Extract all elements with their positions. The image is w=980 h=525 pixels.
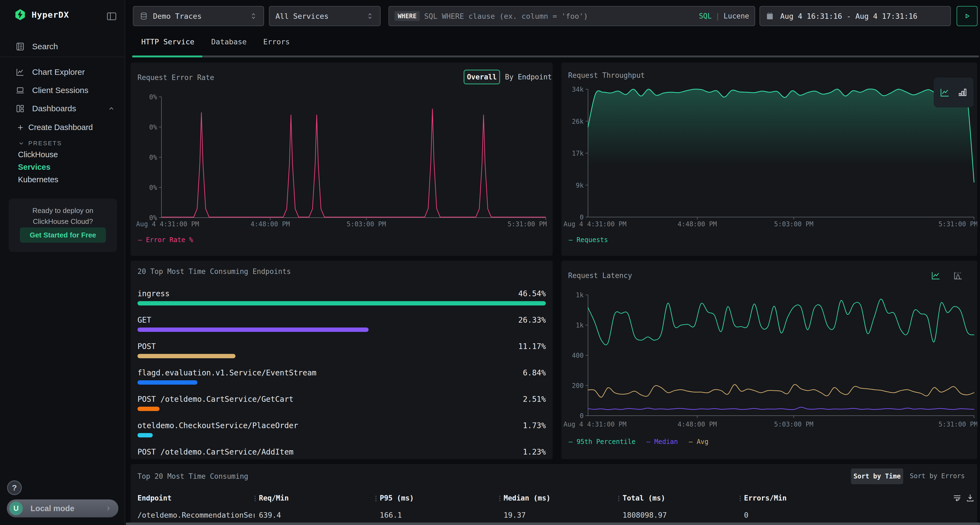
line-chart-icon[interactable] [939, 87, 950, 98]
error-rate-chart[interactable]: 0%0%0%0%0%Aug 4 4:31:00 PM4:48:00 PM5:03… [130, 63, 553, 256]
endpoint-row[interactable]: GET26.33% [137, 315, 546, 332]
avatar: U [9, 501, 23, 515]
throughput-chart[interactable]: 34k26k17k9k0Aug 4 4:31:00 PM4:48:00 PM5:… [561, 63, 977, 256]
table-cell-p95: 166.1 [380, 511, 402, 519]
endpoint-bar [137, 328, 369, 332]
table-cell-endpoint[interactable]: /oteldemo.RecommendationServ [137, 511, 255, 519]
endpoint-percentage: 6.84% [523, 368, 546, 377]
endpoint-percentage: 1.23% [523, 447, 546, 457]
legend-item[interactable]: — 95th Percentile [569, 438, 636, 446]
sidebar-item-dashboards[interactable]: Dashboards [0, 102, 125, 115]
chevron-down-icon [18, 140, 24, 147]
sidebar-item-chart-explorer[interactable]: Chart Explorer [0, 65, 125, 79]
column-header-p95[interactable]: P95 (ms) [380, 494, 414, 502]
bar-chart-icon[interactable] [957, 87, 968, 98]
sidebar-item-kubernetes[interactable]: Kubernetes [18, 175, 58, 184]
column-header-median[interactable]: Median (ms) [504, 494, 550, 502]
client-sessions-icon [15, 86, 25, 95]
sidebar-item-client-sessions[interactable]: Client Sessions [0, 84, 125, 97]
endpoint-label: POST /oteldemo.CartService/GetCart [137, 395, 293, 404]
source-select[interactable]: Demo Traces [133, 6, 264, 26]
endpoint-label: ingress [137, 289, 170, 298]
table-cell-median: 19.37 [504, 511, 526, 519]
tab-divider [202, 56, 979, 57]
database-icon [139, 12, 148, 21]
legend-item[interactable]: — Avg [689, 438, 708, 446]
column-header-req-min[interactable]: Req/Min [259, 494, 289, 502]
endpoint-label: oteldemo.CheckoutService/PlaceOrder [137, 421, 298, 430]
help-button[interactable]: ? [7, 481, 22, 495]
logo[interactable]: HyperDX [14, 9, 69, 21]
calendar-icon [765, 12, 774, 21]
service-select[interactable]: All Services [269, 6, 380, 26]
endpoint-bar [137, 301, 546, 306]
run-query-button[interactable] [956, 6, 978, 26]
service-select-value: All Services [275, 12, 329, 21]
endpoint-percentage: 46.54% [518, 289, 546, 298]
latency-chart[interactable]: 1k1k4002000Aug 4 4:31:00 PM4:48:00 PM5:0… [561, 260, 977, 459]
svg-text:9k: 9k [576, 182, 584, 189]
svg-text:4:48:00 PM: 4:48:00 PM [678, 420, 717, 428]
sort-by-errors-button[interactable]: Sort by Errors [910, 472, 965, 480]
play-icon [963, 12, 971, 20]
svg-text:0: 0 [580, 412, 584, 420]
request-throughput-panel: Request Throughput 34k26k17k9k0Aug 4 4:3… [561, 63, 977, 256]
table-cell-total: 1808098.97 [622, 511, 667, 519]
time-range-value: Aug 4 16:31:16 - Aug 4 17:31:16 [780, 12, 917, 21]
endpoint-label: POST [137, 342, 156, 351]
lucene-toggle[interactable]: Lucene [724, 12, 749, 20]
endpoint-row[interactable]: POST11.17% [137, 341, 546, 358]
select-chevrons-icon [366, 12, 374, 20]
endpoint-row[interactable]: oteldemo.CheckoutService/PlaceOrder1.73% [137, 420, 546, 438]
tab-database[interactable]: Database [211, 38, 247, 46]
tab-http-service[interactable]: HTTP Service [141, 38, 194, 46]
active-tab-indicator [132, 56, 202, 57]
wrap-lines-icon[interactable] [952, 493, 962, 503]
user-menu[interactable]: U Local mode [7, 500, 118, 517]
sidebar-collapse-icon[interactable] [106, 10, 118, 22]
endpoint-row[interactable]: flagd.evaluation.v1.Service/EventStream6… [137, 368, 546, 385]
where-clause-searchbar[interactable]: WHERE SQL | Lucene [388, 6, 755, 26]
endpoint-row[interactable]: POST /oteldemo.CartService/AddItem1.23% [137, 447, 546, 459]
dashboards-icon [15, 104, 25, 113]
column-header-errors-min[interactable]: Errors/Min [744, 494, 787, 502]
sidebar-item-label: Dashboards [32, 104, 76, 113]
endpoint-bar [137, 354, 235, 358]
get-started-button[interactable]: Get Started for Free [20, 227, 106, 243]
legend-item[interactable]: — Requests [569, 236, 608, 244]
endpoint-row[interactable]: ingress46.54% [137, 289, 546, 306]
horizontal-scrollbar[interactable] [126, 523, 980, 525]
search-input[interactable] [424, 12, 699, 21]
sidebar-item-clickhouse[interactable]: ClickHouse [18, 150, 58, 159]
sql-toggle[interactable]: SQL [699, 12, 711, 20]
endpoint-bar [137, 380, 197, 385]
sidebar-divider [0, 57, 125, 57]
column-header-total[interactable]: Total (ms) [622, 494, 665, 502]
sidebar-item-services[interactable]: Services [18, 163, 50, 172]
promo-text-line2: ClickHouse Cloud? [9, 216, 117, 227]
user-mode-label: Local mode [30, 504, 74, 513]
legend-item[interactable]: — Error Rate % [138, 236, 193, 244]
column-header-endpoint[interactable]: Endpoint [137, 494, 172, 502]
hyperdx-logo-icon [14, 9, 26, 21]
chart-explorer-icon [15, 67, 25, 77]
presets-toggle[interactable]: PRESETS [18, 140, 62, 147]
endpoint-row[interactable]: POST /oteldemo.CartService/GetCart2.51% [137, 394, 546, 411]
tab-errors[interactable]: Errors [263, 38, 290, 46]
sidebar: HyperDX Search Chart Explorer Clie [0, 0, 125, 525]
download-icon[interactable] [965, 493, 975, 503]
create-dashboard-button[interactable]: Create Dashboard [17, 123, 93, 132]
svg-text:Aug 4 4:31:00 PM: Aug 4 4:31:00 PM [563, 420, 626, 428]
endpoint-label: flagd.evaluation.v1.Service/EventStream [137, 368, 316, 377]
legend-item[interactable]: — Median [646, 438, 678, 446]
svg-text:4:48:00 PM: 4:48:00 PM [678, 220, 717, 228]
chart-legend: — Requests [569, 236, 608, 244]
svg-text:0%: 0% [149, 124, 157, 131]
top-endpoints-panel: 20 Top Most Time Consuming Endpoints ing… [130, 260, 553, 459]
sidebar-item-label: Client Sessions [32, 86, 89, 95]
select-chevrons-icon [249, 12, 258, 20]
endpoint-bar [137, 407, 159, 411]
time-range-picker[interactable]: Aug 4 16:31:16 - Aug 4 17:31:16 [759, 6, 951, 26]
sidebar-item-search[interactable]: Search [0, 40, 125, 53]
sort-by-time-button[interactable]: Sort by Time [851, 468, 903, 484]
